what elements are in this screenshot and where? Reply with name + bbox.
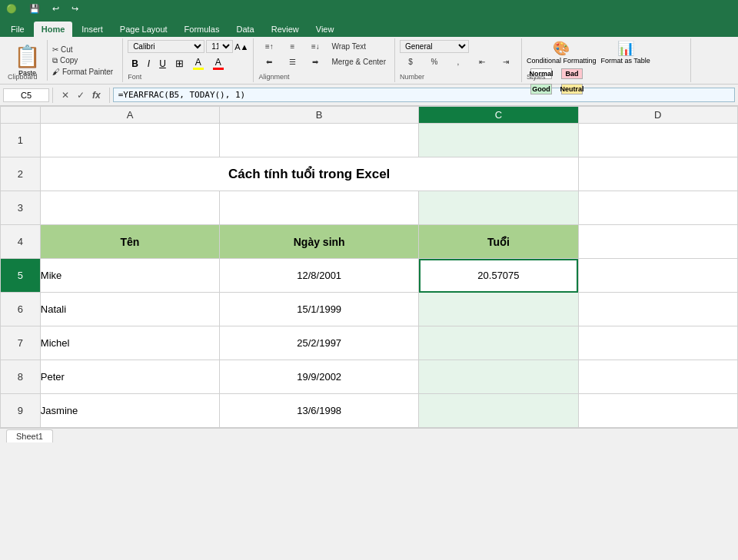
cell-b9[interactable]: 13/6/1998 bbox=[220, 394, 419, 428]
col-header-d[interactable]: D bbox=[578, 107, 737, 124]
cell-c7[interactable] bbox=[419, 326, 578, 360]
confirm-formula-icon[interactable]: ✓ bbox=[75, 89, 87, 101]
cell-c6[interactable] bbox=[419, 293, 578, 326]
col-header-b[interactable]: B bbox=[220, 107, 419, 124]
underline-button[interactable]: U bbox=[155, 57, 170, 71]
increase-font-size-button[interactable]: A▲ bbox=[234, 42, 248, 51]
tab-page-layout[interactable]: Page Layout bbox=[112, 22, 175, 37]
cell-b4[interactable]: Ngày sinh bbox=[220, 225, 419, 259]
sheet-area[interactable]: A B C D 1 2 Cách tính tuổi t bbox=[0, 106, 738, 428]
align-top-button[interactable]: ≡↑ bbox=[258, 40, 280, 53]
cell-c5[interactable]: 20.57075 bbox=[419, 259, 578, 293]
cell-c1[interactable] bbox=[419, 124, 578, 157]
row-num-9: 9 bbox=[1, 394, 41, 428]
cell-b7[interactable]: 25/2/1997 bbox=[220, 326, 419, 360]
row-num-5: 5 bbox=[1, 259, 41, 293]
fill-color-button[interactable]: A bbox=[189, 55, 208, 71]
cell-a3[interactable] bbox=[40, 191, 219, 225]
cell-b6[interactable]: 15/1/1999 bbox=[220, 293, 419, 326]
copy-button[interactable]: ⧉ Copy bbox=[51, 55, 115, 66]
cell-b3[interactable] bbox=[220, 191, 419, 225]
cell-b5[interactable]: 12/8/2001 bbox=[220, 259, 419, 293]
cell-d9[interactable] bbox=[578, 394, 737, 428]
table-row: 3 bbox=[1, 191, 738, 225]
cell-b1[interactable] bbox=[220, 124, 419, 157]
group-alignment: ≡↑ ≡ ≡↓ Wrap Text ⬅ ☰ ➡ Merge & Center A… bbox=[254, 38, 395, 82]
cell-d6[interactable] bbox=[578, 293, 737, 326]
currency-button[interactable]: $ bbox=[400, 55, 421, 68]
format-painter-button[interactable]: 🖌 Format Painter bbox=[51, 67, 115, 77]
wrap-text-button[interactable]: Wrap Text bbox=[327, 40, 370, 53]
align-center-button[interactable]: ☰ bbox=[281, 55, 303, 68]
quick-redo-icon[interactable]: ↪ bbox=[71, 4, 78, 14]
cell-c4[interactable]: Tuổi bbox=[419, 225, 578, 259]
percent-button[interactable]: % bbox=[424, 55, 445, 68]
cancel-formula-icon[interactable]: ✕ bbox=[59, 89, 71, 101]
align-left-button[interactable]: ⬅ bbox=[258, 55, 280, 68]
insert-function-icon[interactable]: fx bbox=[90, 89, 103, 101]
align-middle-button[interactable]: ≡ bbox=[281, 40, 303, 53]
cell-a8[interactable]: Peter bbox=[40, 360, 219, 394]
number-format-select[interactable]: General bbox=[400, 40, 469, 53]
quick-undo-icon[interactable]: ↩ bbox=[52, 4, 59, 14]
sheet-tab-1[interactable]: Sheet1 bbox=[6, 429, 53, 442]
align-bottom-button[interactable]: ≡↓ bbox=[304, 40, 326, 53]
cell-d3[interactable] bbox=[578, 191, 737, 225]
col-header-a[interactable]: A bbox=[40, 107, 219, 124]
cell-c8[interactable] bbox=[419, 360, 578, 394]
tab-review[interactable]: Review bbox=[264, 22, 307, 37]
cell-name-box[interactable] bbox=[3, 88, 49, 102]
cell-a7[interactable]: Michel bbox=[40, 326, 219, 360]
cell-d8[interactable] bbox=[578, 360, 737, 394]
cell-c9[interactable] bbox=[419, 394, 578, 428]
cell-d1[interactable] bbox=[578, 124, 737, 157]
cell-d5[interactable] bbox=[578, 259, 737, 293]
font-color-button[interactable]: A bbox=[209, 55, 228, 71]
cell-a1[interactable] bbox=[40, 124, 219, 157]
col-header-c[interactable]: C bbox=[419, 107, 578, 124]
cell-c3[interactable] bbox=[419, 191, 578, 225]
cell-a4[interactable]: Tên bbox=[40, 225, 219, 259]
merge-center-button[interactable]: Merge & Center bbox=[327, 55, 390, 68]
cell-a6[interactable]: Natali bbox=[40, 293, 219, 326]
cut-button[interactable]: ✂ Cut bbox=[51, 45, 115, 55]
cell-d7[interactable] bbox=[578, 326, 737, 360]
cell-title[interactable]: Cách tính tuổi trong Excel bbox=[40, 157, 578, 191]
row-num-7: 7 bbox=[1, 326, 41, 360]
tab-file[interactable]: File bbox=[3, 22, 32, 37]
font-row1: Calibri 11 A▲ bbox=[128, 40, 248, 53]
row-num-3: 3 bbox=[1, 191, 41, 225]
italic-button[interactable]: I bbox=[144, 57, 154, 71]
style-neutral[interactable]: Neutral bbox=[557, 82, 587, 96]
cell-d4[interactable] bbox=[578, 225, 737, 259]
sheet-tab-bar: Sheet1 bbox=[0, 428, 738, 443]
formula-bar-divider bbox=[52, 88, 53, 103]
conditional-formatting-button[interactable]: 🎨 Conditional Formatting bbox=[527, 40, 597, 65]
tab-data[interactable]: Data bbox=[228, 22, 261, 37]
cell-a9[interactable]: Jasmine bbox=[40, 394, 219, 428]
bold-button[interactable]: B bbox=[128, 57, 142, 71]
style-bad[interactable]: Bad bbox=[557, 67, 587, 81]
tab-formulas[interactable]: Formulas bbox=[177, 22, 228, 37]
increase-decimal-button[interactable]: ⇥ bbox=[495, 55, 517, 68]
group-font: Calibri 11 A▲ B I U ⊞ A A bbox=[123, 38, 254, 82]
format-as-table-button[interactable]: 📊 Format as Table bbox=[601, 40, 650, 65]
border-button[interactable]: ⊞ bbox=[171, 56, 188, 71]
align-right-button[interactable]: ➡ bbox=[304, 55, 326, 68]
formula-icons: ✕ ✓ fx bbox=[56, 89, 106, 101]
font-name-select[interactable]: Calibri bbox=[128, 40, 204, 53]
tab-view[interactable]: View bbox=[308, 22, 342, 37]
cell-b8[interactable]: 19/9/2002 bbox=[220, 360, 419, 394]
quick-save-icon[interactable]: 💾 bbox=[29, 4, 40, 14]
cell-a5[interactable]: Mike bbox=[40, 259, 219, 293]
corner-header bbox=[1, 107, 41, 124]
comma-button[interactable]: , bbox=[447, 55, 469, 68]
tab-home[interactable]: Home bbox=[34, 22, 73, 37]
formula-input[interactable] bbox=[113, 88, 735, 102]
style-good[interactable]: Good bbox=[527, 82, 556, 96]
font-size-select[interactable]: 11 bbox=[206, 40, 233, 53]
cell-d2[interactable] bbox=[578, 157, 737, 191]
decrease-decimal-button[interactable]: ⇤ bbox=[471, 55, 493, 68]
copy-icon: ⧉ bbox=[52, 56, 58, 65]
tab-insert[interactable]: Insert bbox=[74, 22, 111, 37]
